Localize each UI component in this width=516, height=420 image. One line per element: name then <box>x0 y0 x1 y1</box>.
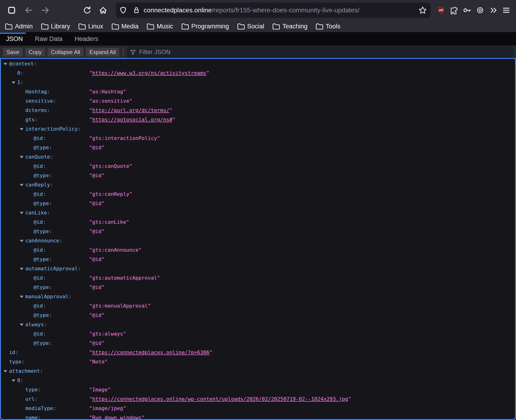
bookmark-folder-social[interactable]: Social <box>237 23 264 30</box>
folder-icon <box>111 23 119 30</box>
json-key: @id <box>34 162 43 171</box>
expand-arrow-icon[interactable] <box>3 63 7 65</box>
ublock-extension-button[interactable]: uO <box>435 4 448 17</box>
expand-arrow-icon[interactable] <box>20 324 23 326</box>
bookmark-folder-teaching[interactable]: Teaching <box>272 23 308 30</box>
json-key: @id <box>34 301 43 311</box>
json-key: canReply <box>25 180 50 189</box>
expand-arrow-icon[interactable] <box>20 296 23 298</box>
tab-json[interactable]: JSON <box>0 32 29 46</box>
url-bar[interactable]: connectedplaces.online/reports/fr155-whe… <box>116 3 430 18</box>
json-key: type <box>25 385 38 394</box>
filter-json-input[interactable] <box>139 48 511 56</box>
json-row: id:"https://connectedplaces.online/?p=63… <box>1 348 515 357</box>
expand-arrow-icon[interactable] <box>12 380 15 382</box>
json-row: 0:"https://www.w3.org/ns/activitystreams… <box>1 68 515 78</box>
folder-icon <box>78 23 86 30</box>
expand-all-button[interactable]: Expand All <box>86 48 119 57</box>
expand-arrow-icon[interactable] <box>20 184 23 186</box>
json-row: @type:"@id" <box>1 311 515 320</box>
json-row: @type:"@id" <box>1 255 515 264</box>
json-colon: : <box>43 191 46 197</box>
json-key: sensitive <box>25 96 53 106</box>
json-key: canAnnounce <box>25 236 59 245</box>
json-key: @id <box>34 134 43 143</box>
json-colon: : <box>49 340 52 346</box>
url-display: connectedplaces.online/reports/fr155-whe… <box>144 7 418 14</box>
back-button[interactable] <box>22 4 35 17</box>
json-key: @id <box>34 218 43 227</box>
json-colon: : <box>38 415 41 420</box>
home-button[interactable] <box>96 4 110 17</box>
save-button[interactable]: Save <box>3 48 23 57</box>
json-colon: : <box>22 359 24 365</box>
bookmark-folder-media[interactable]: Media <box>111 23 139 30</box>
json-value: "@id" <box>89 143 104 152</box>
json-row: @id:"gts:automaticApproval" <box>1 273 515 283</box>
json-value-link[interactable]: "http://purl.org/dc/terms/" <box>89 106 172 115</box>
json-row: @type:"@id" <box>1 338 515 348</box>
expand-arrow-icon[interactable] <box>20 128 23 130</box>
json-tree: @context:0:"https://www.w3.org/ns/activi… <box>1 59 515 420</box>
expand-arrow-icon[interactable] <box>20 240 23 242</box>
bookmark-folder-library[interactable]: Library <box>41 23 70 30</box>
folder-icon <box>146 23 154 30</box>
json-value: "Run down windows" <box>89 413 145 420</box>
bookmark-folder-linux[interactable]: Linux <box>78 23 103 30</box>
json-key: automaticApproval <box>25 264 78 273</box>
bookmark-folder-admin[interactable]: Admin <box>5 23 33 30</box>
json-colon: : <box>44 322 47 327</box>
json-key: @type <box>34 171 49 180</box>
json-row: type:"Note" <box>1 357 515 367</box>
window-toggle-button[interactable] <box>5 4 18 17</box>
json-value-link[interactable]: "https://gotosocial.org/ns#" <box>89 115 176 124</box>
bookmark-folder-music[interactable]: Music <box>146 23 173 30</box>
json-value: "gts:automaticApproval" <box>89 273 160 283</box>
json-key: dcterms <box>25 106 47 115</box>
json-colon: : <box>43 219 46 225</box>
json-value-link[interactable]: "https://connectedplaces.online/?p=6306" <box>89 348 213 357</box>
expand-arrow-icon[interactable] <box>20 212 23 214</box>
expand-arrow-icon[interactable] <box>12 82 15 84</box>
json-value-link[interactable]: "https://www.w3.org/ns/activitystreams" <box>89 68 209 78</box>
expand-arrow-icon[interactable] <box>20 268 23 270</box>
json-colon: : <box>50 154 53 160</box>
overflow-menu-button[interactable] <box>487 4 500 17</box>
reload-button[interactable] <box>81 4 94 17</box>
json-row: mediaType:"image/jpeg" <box>1 404 515 413</box>
tracking-protection-shield-icon[interactable] <box>119 6 127 15</box>
json-colon: : <box>49 145 52 150</box>
bookmark-star-icon[interactable] <box>418 6 427 15</box>
bookmark-label: Programming <box>191 23 229 30</box>
home-icon <box>98 6 108 15</box>
url-domain: connectedplaces.online <box>144 7 212 14</box>
json-row: @id:"gts:canAnnounce" <box>1 245 515 255</box>
json-value: "@id" <box>89 311 104 320</box>
url-path: /reports/fr155-where-does-community-live… <box>212 7 360 14</box>
passwords-button[interactable] <box>461 4 474 17</box>
bookmark-folder-tools[interactable]: Tools <box>315 23 340 30</box>
json-colon: : <box>50 182 53 188</box>
collapse-all-button[interactable]: Collapse All <box>47 48 84 57</box>
json-key: @type <box>34 227 49 236</box>
extensions-button[interactable] <box>448 4 461 17</box>
copy-button[interactable]: Copy <box>25 48 45 57</box>
json-row: @id:"gts:canReply" <box>1 189 515 199</box>
bookmark-folder-programming[interactable]: Programming <box>181 23 229 30</box>
json-key: @id <box>34 329 43 338</box>
expand-arrow-icon[interactable] <box>20 156 23 158</box>
json-colon: : <box>43 331 46 337</box>
json-value-link[interactable]: "https://connectedplaces.online/wp-conte… <box>89 394 351 404</box>
bookmark-label: Linux <box>88 23 103 30</box>
lock-icon[interactable] <box>133 6 140 15</box>
json-key: gts <box>25 115 35 124</box>
settings-button[interactable] <box>474 4 487 17</box>
forward-button[interactable] <box>39 4 52 17</box>
json-row: canQuote: <box>1 152 515 162</box>
filter-json-field[interactable] <box>127 46 514 58</box>
json-colon: : <box>49 312 52 318</box>
tab-headers[interactable]: Headers <box>69 32 104 46</box>
expand-arrow-icon[interactable] <box>3 370 7 373</box>
app-menu-button[interactable] <box>500 4 513 17</box>
tab-raw-data[interactable]: Raw Data <box>29 32 69 46</box>
